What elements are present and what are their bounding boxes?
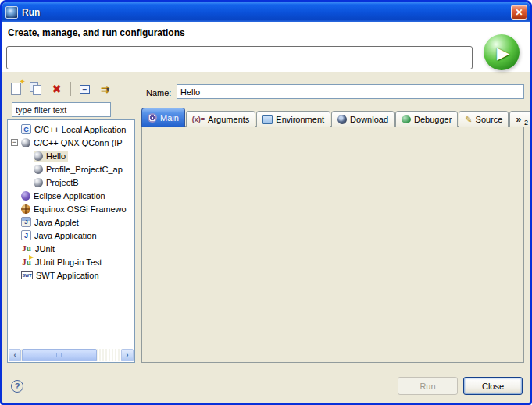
tree-item-projectb[interactable]: ProjectB (8, 176, 134, 189)
run-banner-icon: ▶ (484, 34, 520, 70)
download-icon (337, 115, 347, 124)
tree-item-equinox-osgi[interactable]: Equinox OSGi Framewo (8, 202, 134, 215)
tree-item-profile-projectc[interactable]: Profile_ProjectC_ap (8, 162, 134, 176)
junit-icon: Ju (21, 243, 32, 254)
tab-overflow-icon: » (516, 114, 521, 125)
scrollbar-thumb[interactable] (22, 349, 97, 361)
window-title: Run (22, 7, 40, 18)
tree-item-hello[interactable]: Hello (8, 149, 134, 162)
main-tab-panel (141, 126, 524, 363)
tab-overflow[interactable]: » 2 (509, 111, 532, 127)
tab-download[interactable]: Download (331, 111, 395, 127)
tree-item-cpp-local-application[interactable]: CC/C++ Local Application (8, 123, 134, 136)
header-banner: Create, manage, and run configurations ▶ (2, 22, 530, 72)
tree-item-java-applet[interactable]: JJava Applet (8, 215, 134, 229)
junit-plugin-icon: Ju (21, 257, 32, 267)
tree-horizontal-scrollbar[interactable]: ‹ › (9, 349, 134, 361)
tree-item-cpp-qnx-qconn[interactable]: − C/C++ QNX QConn (IP (8, 136, 134, 149)
swt-application-icon: SWT (21, 271, 33, 279)
new-configuration-button[interactable]: ✦ (9, 82, 23, 97)
titlebar[interactable]: Run ✕ (2, 2, 530, 22)
run-dialog: Run ✕ Create, manage, and run configurat… (0, 0, 532, 405)
equinox-icon (21, 204, 30, 214)
page-title: Create, manage, and run configurations (8, 27, 185, 38)
new-icon: ✦ (20, 77, 26, 86)
collapse-expander-icon[interactable]: − (11, 139, 18, 146)
environment-icon (262, 115, 273, 124)
qnx-qconn-icon (34, 178, 43, 187)
close-button[interactable]: Close (463, 377, 523, 395)
tree-item-junit[interactable]: JuJUnit (8, 242, 134, 255)
qnx-qconn-icon (34, 151, 43, 161)
tab-main[interactable]: Main (141, 108, 185, 127)
run-dialog-icon (5, 6, 18, 19)
collapse-all-button[interactable]: − (77, 82, 92, 97)
tab-environment[interactable]: Environment (256, 111, 330, 127)
tab-arguments[interactable]: (x)= Arguments (186, 111, 255, 127)
java-application-icon: J (21, 230, 31, 240)
name-label: Name: (146, 88, 171, 98)
source-icon: ✎ (465, 115, 472, 125)
c-application-icon: C (21, 124, 31, 134)
configuration-tree[interactable]: CC/C++ Local Application − C/C++ QNX QCo… (7, 119, 135, 363)
tab-debugger[interactable]: Debugger (395, 111, 458, 127)
chevron-down-icon: ▾ (106, 86, 109, 93)
duplicate-configuration-button[interactable] (29, 82, 44, 97)
java-applet-icon: J (21, 217, 31, 227)
tab-bar: Main (x)= Arguments Environment Download… (141, 108, 532, 127)
run-button[interactable]: Run (398, 377, 458, 395)
delete-icon: ✖ (52, 83, 62, 95)
eclipse-icon (21, 191, 30, 201)
help-button[interactable]: ? (11, 380, 23, 393)
arguments-icon: (x)= (192, 115, 205, 123)
delete-configuration-button[interactable]: ✖ (49, 82, 64, 97)
help-icon: ? (15, 382, 20, 391)
debugger-icon (402, 115, 411, 123)
name-input[interactable] (177, 84, 524, 99)
collapse-all-icon: − (80, 85, 90, 94)
tree-item-java-application[interactable]: JJava Application (8, 229, 134, 242)
filter-text-input[interactable] (12, 102, 111, 117)
filter-configurations-button[interactable]: ⇉ ▾ (98, 82, 112, 97)
tab-source[interactable]: ✎ Source (459, 111, 509, 127)
tree-item-eclipse-application[interactable]: Eclipse Application (8, 189, 134, 202)
scroll-left-icon[interactable]: ‹ (9, 349, 21, 361)
qnx-qconn-icon (34, 165, 43, 174)
toolbar-separator (70, 82, 71, 96)
qnx-qconn-icon (21, 138, 30, 147)
message-area (6, 46, 473, 69)
close-icon[interactable]: ✕ (511, 5, 527, 20)
main-tab-icon (148, 113, 157, 123)
tree-item-junit-plugin-test[interactable]: JuJUnit Plug-in Test (8, 255, 134, 268)
config-toolbar: ✦ ✖ − ⇉ ▾ (9, 80, 112, 98)
scroll-right-icon[interactable]: › (121, 349, 134, 361)
tree-item-swt-application[interactable]: SWTSWT Application (8, 268, 134, 282)
